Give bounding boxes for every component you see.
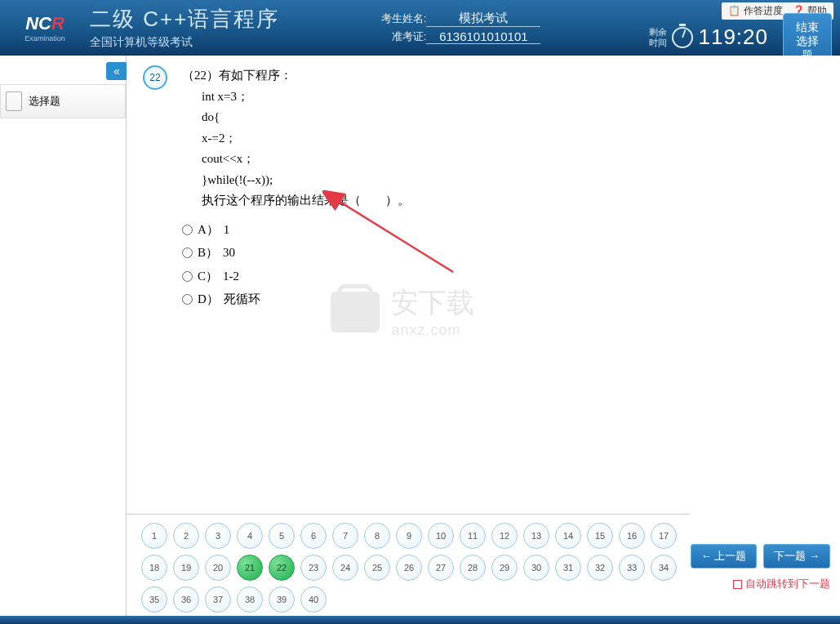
question-body: （22）有如下程序： int x=3； do{ x-=2； cout<<x； }… (182, 65, 410, 313)
radio-icon (182, 294, 193, 305)
content-panel: 22 （22）有如下程序： int x=3； do{ x-=2； cout<<x… (127, 56, 840, 624)
prev-button[interactable]: ← 上一题 (691, 544, 758, 568)
nav-question-20[interactable]: 20 (205, 555, 231, 581)
nav-question-12[interactable]: 12 (491, 523, 518, 549)
nav-question-7[interactable]: 7 (332, 523, 358, 549)
nav-question-36[interactable]: 36 (173, 586, 199, 613)
logo: NCR Examination (0, 13, 82, 42)
nav-question-24[interactable]: 24 (332, 555, 358, 581)
timer: 剩余时间 119:20 (649, 25, 768, 50)
collapse-button[interactable]: « (106, 62, 127, 80)
nav-question-16[interactable]: 16 (619, 523, 645, 549)
nav-question-25[interactable]: 25 (364, 555, 390, 581)
footer-bar (0, 616, 840, 624)
exam-title: 二级 C++语言程序 (90, 5, 279, 33)
auto-next-label: 自动跳转到下一题 (745, 577, 830, 591)
nav-question-5[interactable]: 5 (269, 523, 295, 549)
nav-question-37[interactable]: 37 (205, 586, 231, 613)
sidebar: « 选择题 (0, 56, 127, 624)
nav-question-15[interactable]: 15 (587, 523, 613, 549)
checkbox-icon (733, 580, 742, 589)
option-b[interactable]: B）30 (182, 243, 410, 264)
nav-question-17[interactable]: 17 (651, 523, 677, 549)
id-value: 6136101010101 (426, 29, 540, 44)
nav-question-4[interactable]: 4 (237, 523, 263, 549)
nav-question-38[interactable]: 38 (237, 586, 263, 613)
nav-question-6[interactable]: 6 (300, 523, 327, 549)
options-list: A）1 B）30 C）1-2 D）死循环 (182, 220, 410, 310)
logo-text: NCR (25, 13, 64, 34)
exam-subtitle: 全国计算机等级考试 (90, 35, 279, 50)
nav-question-34[interactable]: 34 (651, 555, 677, 581)
nav-question-30[interactable]: 30 (523, 555, 549, 581)
nav-question-40[interactable]: 40 (300, 586, 327, 613)
nav-question-23[interactable]: 23 (300, 555, 327, 581)
nav-question-22[interactable]: 22 (269, 555, 295, 581)
option-a[interactable]: A）1 (182, 220, 410, 241)
nav-question-35[interactable]: 35 (141, 586, 167, 613)
nav-question-1[interactable]: 1 (141, 523, 167, 549)
nav-question-21[interactable]: 21 (237, 555, 263, 581)
document-icon (6, 91, 22, 111)
sidebar-item-choice[interactable]: 选择题 (0, 84, 126, 118)
question-stem-prefix: （22）有如下程序： (182, 65, 410, 87)
nav-question-10[interactable]: 10 (428, 523, 454, 549)
header-bar: NCR Examination 二级 C++语言程序 全国计算机等级考试 考生姓… (0, 0, 840, 56)
nav-question-29[interactable]: 29 (491, 555, 518, 581)
nav-question-19[interactable]: 19 (173, 555, 199, 581)
nav-question-27[interactable]: 27 (428, 555, 454, 581)
radio-icon (182, 247, 193, 258)
nav-question-14[interactable]: 14 (555, 523, 581, 549)
nav-question-26[interactable]: 26 (396, 555, 422, 581)
code-block: int x=3； do{ x-=2； cout<<x； }while(!(--x… (202, 87, 410, 212)
name-label: 考生姓名: (377, 11, 426, 26)
nav-question-13[interactable]: 13 (523, 523, 549, 549)
timer-value: 119:20 (698, 25, 768, 50)
progress-link[interactable]: 📋 作答进度 (728, 4, 782, 18)
nav-question-2[interactable]: 2 (173, 523, 199, 549)
logo-subtext: Examination (24, 34, 65, 42)
nav-question-11[interactable]: 11 (460, 523, 486, 549)
code-line: }while(!(--x)); (202, 170, 410, 191)
radio-icon (182, 271, 193, 282)
nav-question-31[interactable]: 31 (555, 555, 581, 581)
nav-question-9[interactable]: 9 (396, 523, 422, 549)
code-line: int x=3； (202, 87, 410, 108)
timer-icon (672, 27, 693, 48)
nav-question-28[interactable]: 28 (460, 555, 486, 581)
timer-label: 剩余时间 (649, 27, 667, 47)
question-navigator: 1234567891011121314151617181920212223242… (127, 514, 690, 624)
nav-question-8[interactable]: 8 (364, 523, 390, 549)
candidate-info: 考生姓名: 模拟考试 准考证: 6136101010101 (377, 8, 540, 47)
sidebar-item-label: 选择题 (29, 94, 60, 109)
radio-icon (182, 225, 193, 235)
code-line: x-=2； (202, 128, 410, 149)
option-c[interactable]: C）1-2 (182, 266, 410, 287)
code-line: cout<<x； (202, 149, 410, 170)
title-area: 二级 C++语言程序 全国计算机等级考试 (90, 5, 279, 50)
nav-question-39[interactable]: 39 (269, 586, 295, 613)
question-stem-suffix: 执行这个程序的输出结果是（ ）。 (202, 190, 410, 212)
main-area: « 选择题 22 （22）有如下程序： int x=3； do{ x-=2； c… (0, 56, 840, 624)
nav-question-18[interactable]: 18 (141, 555, 167, 581)
nav-question-3[interactable]: 3 (205, 523, 231, 549)
nav-question-32[interactable]: 32 (587, 555, 613, 581)
nav-question-33[interactable]: 33 (619, 555, 645, 581)
option-d[interactable]: D）死循环 (182, 289, 410, 310)
name-value: 模拟考试 (426, 11, 540, 27)
auto-next-checkbox[interactable]: 自动跳转到下一题 (733, 577, 830, 591)
next-button[interactable]: 下一题 → (763, 544, 830, 568)
id-label: 准考证: (377, 29, 426, 44)
question-number-badge: 22 (143, 65, 167, 90)
code-line: do{ (202, 107, 410, 128)
